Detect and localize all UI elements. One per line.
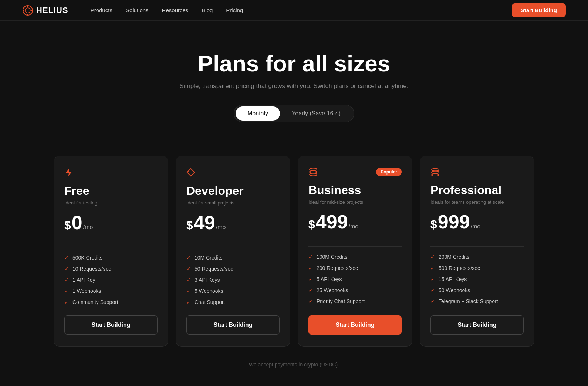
plan-professional-symbol: $ xyxy=(430,218,437,231)
svg-point-17 xyxy=(432,174,439,176)
feature-label: 10 Requests/sec xyxy=(72,266,111,272)
logo-text: HELIUS xyxy=(36,6,68,15)
check-icon: ✓ xyxy=(308,254,313,260)
check-icon: ✓ xyxy=(430,265,435,271)
plan-card-free: Free Ideal for testing $ 0 /mo ✓ 500K Cr… xyxy=(54,156,168,347)
feature-item: ✓ 3 API Keys xyxy=(186,277,280,283)
plan-business-symbol: $ xyxy=(308,218,315,231)
navbar: HELIUS Products Solutions Resources Blog… xyxy=(0,0,588,21)
feature-label: 1 Webhooks xyxy=(72,288,101,294)
feature-item: ✓ 100M Credits xyxy=(308,254,402,260)
nav-pricing[interactable]: Pricing xyxy=(226,7,243,13)
plan-professional-title: Professional xyxy=(430,183,524,197)
hero-section: Plans for all sizes Simple, transparent … xyxy=(0,21,588,156)
check-icon: ✓ xyxy=(186,255,191,261)
logo-link[interactable]: HELIUS xyxy=(22,5,68,16)
plan-professional-subtitle: Ideals for teams operating at scale xyxy=(430,199,524,205)
plan-free-subtitle: Ideal for testing xyxy=(64,200,158,206)
feature-item: ✓ 25 Webhooks xyxy=(308,287,402,293)
check-icon: ✓ xyxy=(308,265,313,271)
nav-solutions[interactable]: Solutions xyxy=(126,7,149,13)
plan-developer-cta-button[interactable]: Start Building xyxy=(186,315,280,335)
check-icon: ✓ xyxy=(308,287,313,293)
check-icon: ✓ xyxy=(186,299,191,305)
plan-free-features: ✓ 500K Credits ✓ 10 Requests/sec ✓ 1 API… xyxy=(64,255,158,305)
plan-free-cta-button[interactable]: Start Building xyxy=(64,315,158,335)
feature-item: ✓ 200M Credits xyxy=(430,254,524,260)
nav-resources[interactable]: Resources xyxy=(162,7,189,13)
plan-business-features: ✓ 100M Credits ✓ 200 Requests/sec ✓ 5 AP… xyxy=(308,254,402,305)
check-icon: ✓ xyxy=(430,254,435,260)
svg-point-12 xyxy=(310,168,317,171)
hero-subtitle: Simple, transparent pricing that grows w… xyxy=(7,82,581,90)
nav-blog[interactable]: Blog xyxy=(202,7,213,13)
feature-label: 100M Credits xyxy=(317,254,347,260)
pricing-cards: Free Ideal for testing $ 0 /mo ✓ 500K Cr… xyxy=(0,156,588,362)
feature-label: 50 Requests/sec xyxy=(195,266,233,272)
feature-item: ✓ Chat Support xyxy=(186,299,280,305)
check-icon: ✓ xyxy=(64,288,69,294)
check-icon: ✓ xyxy=(430,287,435,293)
footer-note: We accept payments in crypto (USDC). xyxy=(0,362,588,379)
yearly-toggle-button[interactable]: Yearly (Save 16%) xyxy=(280,106,352,121)
feature-item: ✓ 5 API Keys xyxy=(308,276,402,282)
svg-marker-10 xyxy=(65,169,72,176)
plan-business-amount: 499 xyxy=(316,212,348,231)
plan-professional-icon xyxy=(430,168,524,177)
hero-title: Plans for all sizes xyxy=(7,50,581,77)
feature-item: ✓ Priority Chat Support xyxy=(308,298,402,304)
svg-point-15 xyxy=(432,169,439,171)
plan-developer-features: ✓ 10M Credits ✓ 50 Requests/sec ✓ 3 API … xyxy=(186,255,280,305)
check-icon: ✓ xyxy=(186,288,191,294)
plan-business-cta-button[interactable]: Start Building xyxy=(308,315,402,335)
check-icon: ✓ xyxy=(308,298,313,304)
feature-item: ✓ 500K Credits xyxy=(64,255,158,261)
nav-products[interactable]: Products xyxy=(91,7,112,13)
plan-developer-subtitle: Ideal for small projects xyxy=(186,200,280,206)
plan-professional-cta-button[interactable]: Start Building xyxy=(430,315,524,335)
plan-free-icon xyxy=(64,168,158,178)
nav-cta-button[interactable]: Start Building xyxy=(512,3,566,17)
check-icon: ✓ xyxy=(186,266,191,272)
feature-item: ✓ 5 Webhooks xyxy=(186,288,280,294)
billing-toggle: Monthly Yearly (Save 16%) xyxy=(234,105,354,122)
svg-point-1 xyxy=(25,8,30,13)
feature-label: 200 Requests/sec xyxy=(317,265,358,271)
plan-developer-symbol: $ xyxy=(186,219,193,232)
monthly-toggle-button[interactable]: Monthly xyxy=(236,106,280,121)
plan-professional-amount: 999 xyxy=(438,212,470,231)
check-icon: ✓ xyxy=(64,277,69,283)
plan-free-period: /mo xyxy=(83,224,93,231)
feature-label: 3 API Keys xyxy=(195,277,220,283)
plan-card-business: Popular Business Ideal for mid-size proj… xyxy=(298,156,412,347)
plan-free-title: Free xyxy=(64,184,158,198)
feature-label: Chat Support xyxy=(195,299,225,305)
feature-label: 15 API Keys xyxy=(439,276,467,282)
feature-item: ✓ 200 Requests/sec xyxy=(308,265,402,271)
feature-label: Community Support xyxy=(72,299,118,305)
plan-business-price: $ 499 /mo xyxy=(308,212,402,231)
logo-icon xyxy=(22,5,33,16)
plan-developer-period: /mo xyxy=(216,224,226,231)
feature-label: 500 Requests/sec xyxy=(439,265,480,271)
feature-label: 200M Credits xyxy=(439,254,469,260)
plan-business-period: /mo xyxy=(349,223,359,230)
plan-professional-price: $ 999 /mo xyxy=(430,212,524,231)
plan-card-professional: Professional Ideals for teams operating … xyxy=(420,156,534,347)
plan-professional-period: /mo xyxy=(471,223,481,230)
feature-label: 500K Credits xyxy=(72,255,102,261)
feature-label: 50 Webhooks xyxy=(439,287,470,293)
feature-label: 5 Webhooks xyxy=(195,288,223,294)
feature-item: ✓ 50 Webhooks xyxy=(430,287,524,293)
check-icon: ✓ xyxy=(430,298,435,304)
feature-item: ✓ 15 API Keys xyxy=(430,276,524,282)
check-icon: ✓ xyxy=(64,255,69,261)
nav-links: Products Solutions Resources Blog Pricin… xyxy=(91,7,512,14)
plan-developer-icon xyxy=(186,168,280,178)
svg-point-16 xyxy=(432,171,439,174)
plan-professional-features: ✓ 200M Credits ✓ 500 Requests/sec ✓ 15 A… xyxy=(430,254,524,305)
svg-point-14 xyxy=(310,173,317,176)
feature-label: 25 Webhooks xyxy=(317,287,348,293)
feature-item: ✓ 10M Credits xyxy=(186,255,280,261)
plan-business-title: Business xyxy=(308,183,402,197)
